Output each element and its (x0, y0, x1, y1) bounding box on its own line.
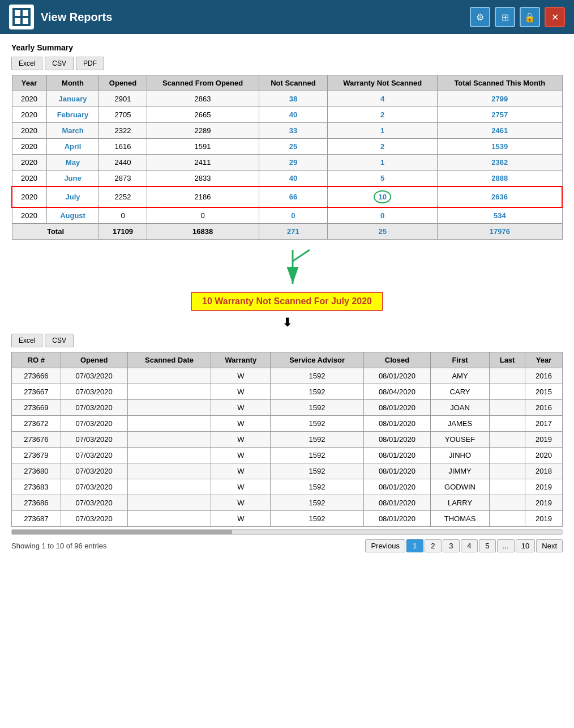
detail-cell-year: 2018 (525, 463, 562, 479)
cell-warranty-not-scanned: 0 (328, 207, 438, 224)
detail-cell-warranty: W (211, 400, 271, 416)
grid-icon[interactable]: ⊞ (495, 7, 515, 27)
detail-cell-warranty: W (211, 384, 271, 400)
cell-month[interactable]: April (46, 139, 99, 155)
detail-cell-service-advisor: 1592 (271, 448, 364, 463)
list-item: 273672 07/03/2020 W 1592 08/01/2020 JAME… (12, 416, 563, 432)
warranty-label: 10 Warranty Not Scanned For July 2020 (191, 292, 383, 311)
table-row: 2020 June 2873 2833 40 5 2888 (12, 171, 562, 187)
cell-month[interactable]: July (46, 186, 99, 207)
total-opened: 17109 (99, 224, 147, 240)
cell-total-scanned: 1539 (438, 139, 562, 155)
cell-warranty-not-scanned: 2 (328, 139, 438, 155)
detail-excel-button[interactable]: Excel (11, 334, 42, 347)
table-row: 2020 August 0 0 0 0 534 (12, 207, 562, 224)
detail-cell-year: 2019 (525, 479, 562, 495)
page-4-button[interactable]: 4 (461, 539, 478, 552)
csv-button[interactable]: CSV (45, 57, 74, 70)
detail-cell-closed: 08/01/2020 (364, 479, 431, 495)
next-button[interactable]: Next (536, 539, 563, 552)
pdf-button[interactable]: PDF (76, 57, 104, 70)
detail-cell-last (490, 511, 525, 527)
detail-col-first: First (430, 352, 489, 368)
previous-button[interactable]: Previous (365, 539, 405, 552)
detail-cell-closed: 08/01/2020 (364, 368, 431, 384)
app-logo (9, 5, 34, 29)
svg-line-7 (293, 250, 310, 261)
highlight-label-area: 10 Warranty Not Scanned For July 2020 (11, 292, 563, 311)
detail-cell-opened: 07/03/2020 (61, 432, 127, 448)
detail-cell-last (490, 463, 525, 479)
list-item: 273667 07/03/2020 W 1592 08/04/2020 CARY… (12, 384, 563, 400)
cell-month[interactable]: August (46, 207, 99, 224)
scrollbar-thumb[interactable] (12, 530, 232, 534)
detail-cell-opened: 07/03/2020 (61, 463, 127, 479)
detail-cell-last (490, 495, 525, 511)
horizontal-scrollbar[interactable] (11, 529, 563, 535)
detail-cell-opened: 07/03/2020 (61, 448, 127, 463)
lock-icon[interactable]: 🔒 (520, 7, 540, 27)
detail-col-service-advisor: Service Advisor (271, 352, 364, 368)
detail-cell-first: THOMAS (430, 511, 489, 527)
col-scanned-from-opened: Scanned From Opened (147, 75, 259, 91)
detail-cell-last (490, 416, 525, 432)
down-arrow: ⬇ (11, 316, 563, 329)
detail-cell-service-advisor: 1592 (271, 463, 364, 479)
detail-cell-year: 2016 (525, 400, 562, 416)
detail-cell-year: 2019 (525, 432, 562, 448)
detail-cell-ro: 273679 (12, 448, 61, 463)
detail-cell-service-advisor: 1592 (271, 432, 364, 448)
page-10-button[interactable]: 10 (516, 539, 535, 552)
cell-month[interactable]: February (46, 107, 99, 123)
excel-button[interactable]: Excel (11, 57, 42, 70)
cell-total-scanned: 2636 (438, 186, 562, 207)
cell-total-scanned: 2799 (438, 91, 562, 107)
yearly-export-buttons: Excel CSV PDF (11, 57, 563, 70)
detail-cell-scanned-date (127, 479, 211, 495)
cell-year: 2020 (12, 186, 46, 207)
list-item: 273680 07/03/2020 W 1592 08/01/2020 JIMM… (12, 463, 563, 479)
detail-cell-first: JIMMY (430, 463, 489, 479)
detail-cell-service-advisor: 1592 (271, 511, 364, 527)
cell-year: 2020 (12, 171, 46, 187)
cell-scanned-from-opened: 1591 (147, 139, 259, 155)
page-title: View Reports (41, 11, 463, 24)
cell-scanned-from-opened: 0 (147, 207, 259, 224)
page-5-button[interactable]: 5 (479, 539, 496, 552)
col-not-scanned: Not Scanned (259, 75, 328, 91)
detail-cell-first: JAMES (430, 416, 489, 432)
page-2-button[interactable]: 2 (425, 539, 442, 552)
detail-col-closed: Closed (364, 352, 431, 368)
detail-cell-service-advisor: 1592 (271, 368, 364, 384)
detail-cell-closed: 08/01/2020 (364, 416, 431, 432)
cell-warranty-not-scanned: 1 (328, 123, 438, 139)
page-1-button[interactable]: 1 (406, 539, 423, 552)
cell-not-scanned: 29 (259, 155, 328, 171)
cell-scanned-from-opened: 2186 (147, 186, 259, 207)
detail-cell-ro: 273680 (12, 463, 61, 479)
detail-cell-opened: 07/03/2020 (61, 368, 127, 384)
page-3-button[interactable]: 3 (443, 539, 460, 552)
detail-cell-opened: 07/03/2020 (61, 384, 127, 400)
cell-month[interactable]: January (46, 91, 99, 107)
list-item: 273679 07/03/2020 W 1592 08/01/2020 JINH… (12, 448, 563, 463)
cell-month[interactable]: June (46, 171, 99, 187)
green-arrow-area (11, 244, 563, 290)
cell-month[interactable]: May (46, 155, 99, 171)
gear-icon[interactable]: ⚙ (470, 7, 490, 27)
close-icon[interactable]: ✕ (545, 7, 565, 27)
detail-csv-button[interactable]: CSV (45, 334, 74, 347)
table-row: 2020 March 2322 2289 33 1 2461 (12, 123, 562, 139)
cell-opened: 2322 (99, 123, 147, 139)
detail-cell-warranty: W (211, 479, 271, 495)
detail-cell-last (490, 384, 525, 400)
col-month: Month (46, 75, 99, 91)
cell-month[interactable]: March (46, 123, 99, 139)
pagination-area: Showing 1 to 10 of 96 entries Previous 1… (11, 539, 563, 552)
cell-opened: 2440 (99, 155, 147, 171)
detail-cell-year: 2017 (525, 416, 562, 432)
detail-cell-warranty: W (211, 416, 271, 432)
detail-cell-ro: 273683 (12, 479, 61, 495)
cell-scanned-from-opened: 2289 (147, 123, 259, 139)
detail-cell-closed: 08/01/2020 (364, 495, 431, 511)
